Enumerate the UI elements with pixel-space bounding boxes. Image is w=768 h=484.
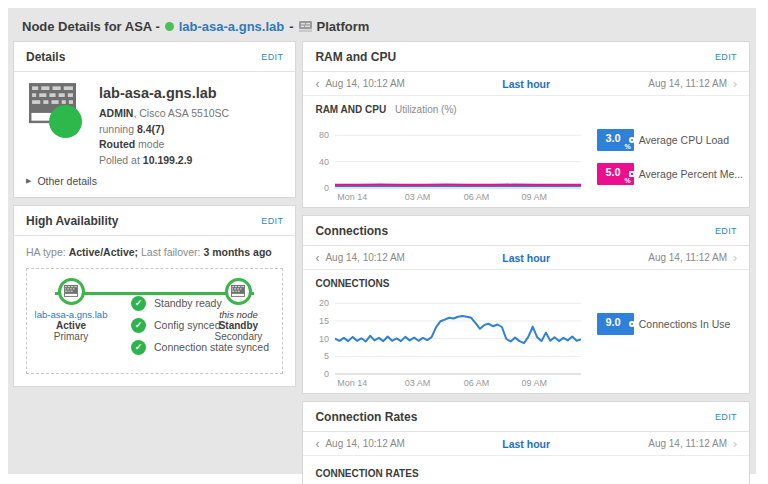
check-icon: ✓ (131, 318, 146, 333)
header-node-link[interactable]: lab-asa-a.gns.lab (179, 19, 284, 34)
ha-primary-node-icon (58, 278, 85, 305)
svg-text:10: 10 (319, 334, 329, 344)
svg-text:80: 80 (319, 130, 329, 140)
details-running-label: running (99, 123, 134, 135)
node-up-status-icon (49, 105, 82, 138)
dashboard-canvas: Node Details for ASA - lab-asa-a.gns.lab… (8, 8, 756, 474)
connection-rates-edit-button[interactable]: EDIT (715, 412, 737, 422)
details-panel: Details EDIT (13, 41, 296, 198)
details-node-name: lab-asa-a.gns.lab (99, 83, 229, 105)
memory-series-marker-icon (629, 171, 635, 177)
page-header: Node Details for ASA - lab-asa-a.gns.lab… (8, 8, 756, 41)
details-vendor-line: ADMIN, Cisco ASA 5510SC (99, 106, 229, 122)
ha-title: High Availability (26, 214, 118, 228)
ram-cpu-title: RAM and CPU (315, 50, 396, 64)
page-title: Node Details for ASA - (22, 19, 160, 34)
svg-text:0: 0 (324, 369, 329, 379)
ha-meta-line: HA type: Active/Active; Last failover: 3… (14, 236, 295, 266)
ha-failover-value: 3 months ago (203, 246, 271, 258)
details-version: 8.4(7) (137, 123, 164, 135)
connections-legend-label: Connections In Use (639, 318, 731, 330)
ha-primary-role: Active (56, 320, 86, 331)
ram-cpu-caption-sub: Utilization (%) (395, 104, 457, 115)
ram-cpu-chart-svg[interactable]: 04080Mon 1403 AM06 AM09 AM (307, 117, 589, 203)
connections-chart-caption: CONNECTIONS (303, 270, 749, 291)
time-prev-button[interactable]: ‹ (315, 253, 319, 263)
device-icon (29, 83, 87, 145)
legend-item-cpu[interactable]: 3.0% Average CPU Load (597, 129, 743, 151)
connections-caption-title: CONNECTIONS (315, 278, 389, 289)
time-next-button[interactable]: › (733, 79, 737, 89)
header-separator: - (289, 19, 293, 34)
details-polled-label: Polled at (99, 154, 140, 166)
ha-edit-button[interactable]: EDIT (261, 216, 283, 226)
memory-legend-label: Average Percent Me... (639, 168, 743, 180)
check-icon: ✓ (131, 340, 146, 355)
details-mode-label: mode (138, 138, 164, 150)
svg-text:03 AM: 03 AM (405, 192, 431, 202)
node-status-icon (165, 22, 174, 31)
connections-legend: 9.0 Connections In Use (597, 313, 730, 389)
legend-item-memory[interactable]: 5.0% Average Percent Me... (597, 163, 743, 185)
platform-label: Platform (317, 19, 370, 34)
details-polled-ip: 10.199.2.9 (143, 154, 193, 166)
memory-value: 5.0 (605, 166, 620, 178)
time-start-label: Aug 14, 10:12 AM (325, 78, 405, 89)
time-prev-button[interactable]: ‹ (315, 79, 319, 89)
ha-primary-node-link[interactable]: lab-asa-a.gns.lab (35, 309, 108, 320)
ram-cpu-chart-caption: RAM AND CPU Utilization (%) (303, 96, 749, 117)
svg-text:0: 0 (324, 183, 329, 193)
ha-node-secondary: this node Standby Secondary (194, 278, 282, 342)
connection-rates-panel: Connection Rates EDIT ‹Aug 14, 10:12 AM … (302, 401, 750, 484)
other-details-label: Other details (37, 175, 97, 187)
svg-text:06 AM: 06 AM (464, 192, 490, 202)
details-edit-button[interactable]: EDIT (261, 52, 283, 62)
memory-unit: % (624, 177, 630, 184)
other-details-expander[interactable]: ▶ Other details (14, 173, 295, 197)
time-next-button[interactable]: › (733, 253, 737, 263)
ha-secondary-node-icon (225, 278, 252, 305)
time-prev-button[interactable]: ‹ (315, 439, 319, 449)
svg-text:09 AM: 09 AM (522, 192, 548, 202)
ha-type-label: HA type: (26, 246, 66, 258)
time-end-label: Aug 14, 11:12 AM (648, 438, 727, 449)
platform-icon (299, 21, 312, 32)
svg-text:40: 40 (319, 157, 329, 167)
check-icon: ✓ (131, 296, 146, 311)
connections-chart-svg[interactable]: 05101520Mon 1403 AM06 AM09 AM (307, 291, 589, 389)
high-availability-panel: High Availability EDIT HA type: Active/A… (13, 205, 296, 387)
details-version-line: running 8.4(7) (99, 122, 229, 138)
legend-item-connections[interactable]: 9.0 Connections In Use (597, 313, 730, 335)
ram-cpu-panel: RAM and CPU EDIT ‹Aug 14, 10:12 AM Last … (302, 41, 750, 208)
svg-text:Mon 14: Mon 14 (338, 378, 368, 388)
connections-edit-button[interactable]: EDIT (715, 226, 737, 236)
connections-value: 9.0 (605, 316, 620, 328)
details-model: , Cisco ASA 5510SC (133, 107, 229, 119)
ram-cpu-edit-button[interactable]: EDIT (715, 52, 737, 62)
ha-failover-label: Last failover: (141, 246, 201, 258)
connections-panel: Connections EDIT ‹Aug 14, 10:12 AM Last … (302, 215, 750, 394)
details-title: Details (26, 50, 65, 64)
connection-rates-title: Connection Rates (315, 410, 417, 424)
time-start-label: Aug 14, 10:12 AM (325, 438, 405, 449)
svg-text:Mon 14: Mon 14 (338, 192, 368, 202)
expander-arrow-icon: ▶ (26, 177, 31, 185)
time-end-label: Aug 14, 11:12 AM (648, 252, 727, 263)
svg-text:5: 5 (324, 351, 329, 361)
time-end-label: Aug 14, 11:12 AM (648, 78, 727, 89)
details-mode-value: Routed (99, 138, 135, 150)
svg-text:09 AM: 09 AM (522, 378, 548, 388)
svg-text:15: 15 (319, 316, 329, 326)
details-mode-line: Routed mode (99, 137, 229, 153)
ram-cpu-timebar: ‹Aug 14, 10:12 AM Last hour Aug 14, 11:1… (303, 72, 749, 96)
cpu-series-marker-icon (629, 137, 635, 143)
svg-text:03 AM: 03 AM (405, 378, 431, 388)
ha-node-primary: lab-asa-a.gns.lab Active Primary (27, 278, 115, 342)
connection-rates-timebar: ‹Aug 14, 10:12 AM Last hour Aug 14, 11:1… (303, 432, 749, 456)
cpu-unit: % (624, 143, 630, 150)
connections-title: Connections (315, 224, 388, 238)
ha-check-row: ✓ Connection state synced (131, 340, 269, 355)
time-next-button[interactable]: › (733, 439, 737, 449)
svg-text:20: 20 (319, 298, 329, 308)
svg-text:06 AM: 06 AM (464, 378, 490, 388)
